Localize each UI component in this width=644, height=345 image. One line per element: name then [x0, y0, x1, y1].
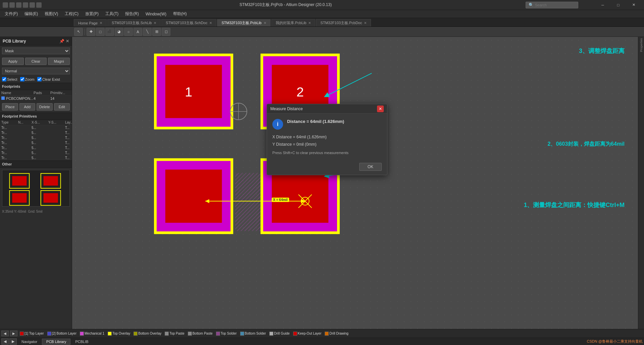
- preview-svg: [2, 170, 69, 206]
- prim-row[interactable]: Tr...5...T...: [0, 150, 72, 155]
- tab-homepage[interactable]: Home Page ✕: [74, 19, 107, 26]
- prim-row[interactable]: Tr...5...T...: [0, 140, 72, 145]
- zoom-checkbox-label[interactable]: Zoom: [20, 77, 35, 81]
- toolbar-btn-cursor[interactable]: ↖: [74, 28, 83, 36]
- layer-botsolder[interactable]: Bottom Solder: [239, 332, 267, 336]
- info-icon: i: [272, 119, 283, 130]
- layer-keepout[interactable]: Keep-Out Layer: [292, 332, 323, 336]
- menu-edit[interactable]: 编辑(E): [21, 10, 41, 17]
- tab-schlib-close[interactable]: ✕: [154, 21, 156, 25]
- toolbar-btn-text[interactable]: A: [133, 28, 142, 36]
- prim-col-n: N...: [18, 121, 32, 124]
- clearexist-checkbox[interactable]: [37, 77, 42, 81]
- nav-tab-pcblib[interactable]: PCBLIB: [71, 339, 92, 344]
- layer-drillguide[interactable]: Drill Guide: [268, 332, 291, 336]
- tab-pcblib-close[interactable]: ✕: [264, 21, 266, 25]
- tab-homepage-close[interactable]: ✕: [100, 21, 102, 25]
- title-icon-3: [16, 2, 21, 8]
- minimize-button[interactable]: ─: [595, 0, 610, 10]
- clearexist-checkbox-label[interactable]: Clear Exist: [37, 77, 60, 81]
- panel-close-icon[interactable]: ✕: [66, 39, 69, 44]
- toolbar-btn-dim[interactable]: ◻: [162, 28, 170, 36]
- panel-pin-icon[interactable]: 📌: [59, 39, 64, 44]
- close-button[interactable]: ✕: [626, 0, 641, 10]
- layer-topoverlay[interactable]: Top Overlay: [107, 332, 131, 336]
- menu-view[interactable]: 视图(V): [41, 10, 61, 17]
- zoom-label: Zoom: [25, 77, 35, 81]
- footprints-table-header: Name Pads Primitiv...: [0, 90, 72, 96]
- col-prims: Primitiv...: [50, 91, 70, 95]
- tab-mypcblib[interactable]: 我的封装库.PcbLib ✕: [271, 19, 316, 26]
- apply-button[interactable]: Apply: [2, 58, 24, 65]
- coords-display: X:35mil Y:-60mil Grid: 5mil: [0, 209, 72, 214]
- prim-row[interactable]: Tr...5...T...: [0, 155, 72, 160]
- nav-tab-navigator[interactable]: Navigator: [17, 339, 41, 344]
- layer-botoverlay-label: Bottom Overlay: [138, 332, 161, 335]
- layer-toppaste[interactable]: Top Paste: [164, 332, 185, 336]
- toolbar-btn-arc[interactable]: ◕: [115, 28, 123, 36]
- magni-button[interactable]: Magni: [48, 58, 70, 65]
- toolbar-btn-rect[interactable]: □: [96, 28, 105, 36]
- footprint-row[interactable]: PCBCOMPON... 4 14: [0, 96, 72, 101]
- tab-schdoc-label: STM32F103主板.SchDoc: [166, 20, 207, 25]
- tab-schdoc[interactable]: STM32F103主板.SchDoc ✕: [161, 19, 216, 26]
- toolbar-btn-add[interactable]: ✚: [87, 28, 95, 36]
- select-checkbox-label[interactable]: Select: [2, 77, 17, 81]
- layer-topoverlay-color: [108, 332, 112, 336]
- place-button[interactable]: Place: [2, 103, 18, 111]
- prim-row[interactable]: Tr...5...T...: [0, 135, 72, 140]
- layerbar-nav-next[interactable]: ▶: [10, 331, 17, 336]
- add-button[interactable]: Add: [19, 103, 36, 111]
- nav-next-button[interactable]: ▶: [9, 338, 17, 345]
- canvas-area[interactable]: 1 2: [72, 37, 638, 329]
- toolbar-btn-line[interactable]: ╲: [143, 28, 152, 36]
- layerbar-nav-prev[interactable]: ◀: [1, 331, 9, 336]
- normal-select[interactable]: Normal: [2, 68, 70, 74]
- tab-pcblib[interactable]: STM32F103主板.PcbLib ✕: [217, 19, 270, 26]
- prim-row[interactable]: Tr...5...T...: [0, 125, 72, 130]
- dialog-close-button[interactable]: ✕: [377, 106, 384, 112]
- tab-schlib[interactable]: STM32F103主板.SchLib ✕: [107, 19, 161, 26]
- menu-tools[interactable]: 工具(T): [102, 10, 122, 17]
- dialog-footer: OK: [267, 160, 387, 175]
- menu-report[interactable]: 报告(R): [122, 10, 142, 17]
- edit-button[interactable]: Edit: [54, 103, 70, 111]
- svg-rect-1: [12, 176, 26, 186]
- menu-file[interactable]: 文件(F): [1, 10, 21, 17]
- tab-pcbdoc-close[interactable]: ✕: [364, 21, 367, 25]
- select-checkbox[interactable]: [2, 77, 6, 81]
- search-input[interactable]: [535, 3, 575, 7]
- layer-topsolder[interactable]: Top Solder: [215, 332, 238, 336]
- menu-help[interactable]: 帮助(H): [170, 10, 190, 17]
- layer-topsolder-color: [216, 332, 220, 336]
- other-header: Other: [0, 160, 72, 168]
- clear-button[interactable]: Clear: [25, 58, 47, 65]
- search-box[interactable]: 🔍: [526, 2, 578, 8]
- delete-button[interactable]: Delete: [37, 103, 53, 111]
- prim-row[interactable]: Tr...5...T...: [0, 145, 72, 150]
- prim-row[interactable]: Tr...5...T...: [0, 130, 72, 135]
- zoom-checkbox[interactable]: [20, 77, 24, 81]
- toolbar-btn-circle[interactable]: ○: [124, 28, 133, 36]
- tab-pcbdoc[interactable]: STM32F103主板.PcbDoc ✕: [316, 19, 371, 26]
- layer-botpaste[interactable]: Bottom Paste: [187, 332, 214, 336]
- nav-tab-pcblibrary[interactable]: PCB Library: [42, 339, 70, 345]
- tab-mypcblib-close[interactable]: ✕: [308, 21, 311, 25]
- layer-top[interactable]: [1] Top Layer: [19, 332, 45, 336]
- toolbar-btn-grid[interactable]: ⊞: [152, 28, 161, 36]
- tab-schdoc-close[interactable]: ✕: [209, 21, 212, 25]
- menu-place[interactable]: 放置(P): [82, 10, 102, 17]
- menu-project[interactable]: 工程(C): [61, 10, 82, 17]
- maximize-button[interactable]: □: [610, 0, 626, 10]
- svg-rect-3: [44, 176, 58, 186]
- nav-prev-button[interactable]: ◀: [1, 338, 9, 345]
- ok-button[interactable]: OK: [359, 163, 382, 171]
- layer-drilldrawing[interactable]: Drill Drawing: [324, 332, 350, 336]
- layer-bottom[interactable]: [2] Bottom Layer: [46, 332, 77, 336]
- mask-select[interactable]: Mask: [2, 48, 70, 54]
- tab-homepage-label: Home Page: [78, 21, 98, 25]
- layer-botoverlay[interactable]: Bottom Overlay: [132, 332, 162, 336]
- layer-mech1[interactable]: Mechanical 1: [79, 332, 105, 336]
- toolbar-btn-fill[interactable]: ⬛: [105, 28, 114, 36]
- menu-window[interactable]: Window(W): [142, 11, 170, 17]
